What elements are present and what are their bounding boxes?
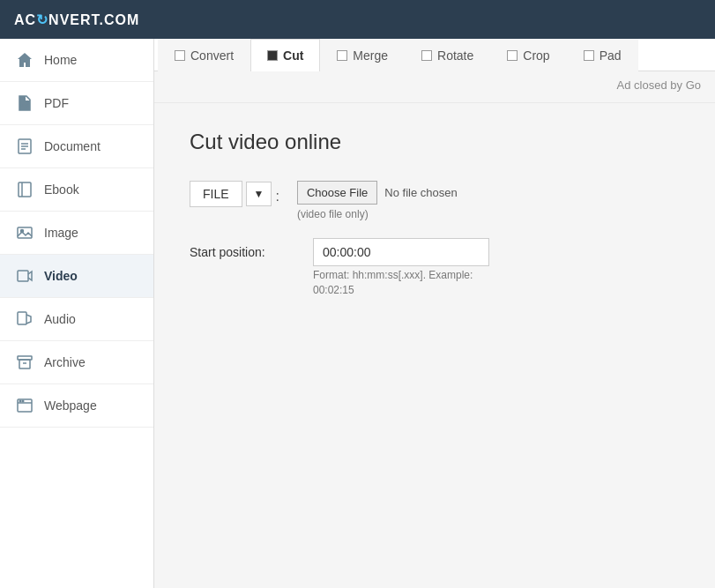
logo-spin-icon: ↻	[36, 11, 48, 28]
sidebar-item-webpage[interactable]: Webpage	[0, 384, 153, 428]
logo-text-rest: NVERT.COM	[48, 12, 139, 27]
no-file-text: No file chosen	[384, 186, 457, 199]
tab-bar: Convert Cut Merge Rotate Crop Pad	[154, 39, 715, 71]
sidebar-label-ebook: Ebook	[44, 182, 79, 197]
sidebar-label-home: Home	[44, 53, 77, 67]
logo-text-ac: AC	[14, 12, 36, 27]
tab-merge[interactable]: Merge	[320, 39, 405, 71]
tab-merge-checkbox	[337, 50, 347, 61]
sidebar-item-image[interactable]: Image	[0, 212, 153, 255]
sidebar-item-home[interactable]: Home	[0, 39, 153, 82]
archive-icon	[16, 354, 34, 371]
start-position-label: Start position:	[190, 238, 295, 259]
sidebar-item-ebook[interactable]: Ebook	[0, 168, 153, 212]
main-layout: Home PDF PDF Document Ebook Image	[0, 39, 715, 588]
tab-rotate[interactable]: Rotate	[405, 39, 490, 71]
sidebar-item-video[interactable]: Video	[0, 255, 153, 298]
sidebar-item-audio[interactable]: Audio	[0, 298, 153, 341]
dropdown-arrow-icon: ▼	[254, 188, 264, 200]
sidebar-item-document[interactable]: Document	[0, 125, 153, 168]
svg-rect-12	[19, 360, 30, 368]
tab-pad[interactable]: Pad	[567, 39, 638, 71]
tab-cut-checkbox	[267, 50, 278, 61]
tab-pad-checkbox	[584, 50, 594, 61]
tab-pad-label: Pad	[600, 48, 622, 63]
audio-icon	[16, 310, 34, 328]
file-button[interactable]: FILE	[190, 181, 242, 207]
content-area: Cut video online FILE ▼ : Choose File	[154, 103, 715, 588]
sidebar-label-pdf: PDF	[44, 96, 69, 110]
tab-convert[interactable]: Convert	[158, 39, 250, 71]
file-controls: FILE ▼ :	[190, 181, 279, 207]
video-icon	[16, 267, 34, 285]
start-position-field-area: Format: hh:mm:ss[.xxx]. Example: 00:02:1…	[313, 238, 489, 296]
sidebar-label-webpage: Webpage	[44, 398, 97, 413]
file-row: FILE ▼ : Choose File No file chosen (vid…	[190, 181, 680, 220]
tab-merge-label: Merge	[353, 48, 388, 63]
start-position-input[interactable]	[313, 238, 489, 266]
file-hint: (video file only)	[297, 208, 458, 220]
tab-rotate-label: Rotate	[437, 48, 473, 63]
ebook-icon	[16, 181, 34, 198]
webpage-icon	[16, 397, 34, 414]
start-position-row: Start position: Format: hh:mm:ss[.xxx]. …	[190, 238, 680, 296]
svg-rect-7	[18, 227, 32, 238]
tab-cut[interactable]: Cut	[250, 39, 320, 71]
format-hint: Format: hh:mm:ss[.xxx]. Example:	[313, 269, 489, 281]
sidebar-label-video: Video	[44, 269, 78, 283]
tab-cut-label: Cut	[283, 48, 303, 63]
sidebar-item-pdf[interactable]: PDF PDF	[0, 82, 153, 125]
sidebar-item-archive[interactable]: Archive	[0, 341, 153, 384]
tab-crop[interactable]: Crop	[490, 39, 566, 71]
svg-rect-5	[19, 182, 31, 197]
form-section: FILE ▼ : Choose File No file chosen (vid…	[190, 181, 680, 296]
page-title: Cut video online	[190, 130, 680, 154]
svg-rect-10	[18, 312, 26, 324]
ad-text: Ad closed by Go	[617, 78, 701, 92]
sidebar: Home PDF PDF Document Ebook Image	[0, 39, 154, 588]
sidebar-label-image: Image	[44, 226, 78, 240]
home-icon	[16, 51, 34, 69]
format-example: 00:02:15	[313, 284, 489, 296]
header: AC↻NVERT.COM	[0, 0, 715, 39]
tab-rotate-checkbox	[421, 50, 432, 61]
choose-file-button[interactable]: Choose File	[297, 181, 377, 205]
pdf-icon: PDF	[16, 94, 34, 112]
sidebar-label-document: Document	[44, 139, 101, 153]
sidebar-label-archive: Archive	[44, 355, 86, 369]
document-icon	[16, 138, 34, 155]
file-input-area: Choose File No file chosen (video file o…	[297, 181, 458, 220]
tab-crop-checkbox	[507, 50, 518, 61]
ad-bar: Ad closed by Go	[154, 71, 715, 103]
tab-crop-label: Crop	[523, 48, 549, 63]
svg-text:PDF: PDF	[20, 103, 29, 108]
svg-point-17	[22, 400, 24, 402]
file-input-row: Choose File No file chosen	[297, 181, 458, 205]
file-dropdown-button[interactable]: ▼	[246, 182, 272, 206]
svg-rect-9	[18, 271, 28, 281]
site-logo[interactable]: AC↻NVERT.COM	[14, 11, 139, 28]
colon-separator: :	[275, 183, 279, 205]
image-icon	[16, 224, 34, 242]
sidebar-label-audio: Audio	[44, 312, 76, 326]
main-panel: Convert Cut Merge Rotate Crop Pad	[154, 39, 715, 588]
svg-point-16	[19, 400, 21, 402]
tab-convert-checkbox	[175, 50, 185, 61]
tab-convert-label: Convert	[190, 48, 234, 63]
